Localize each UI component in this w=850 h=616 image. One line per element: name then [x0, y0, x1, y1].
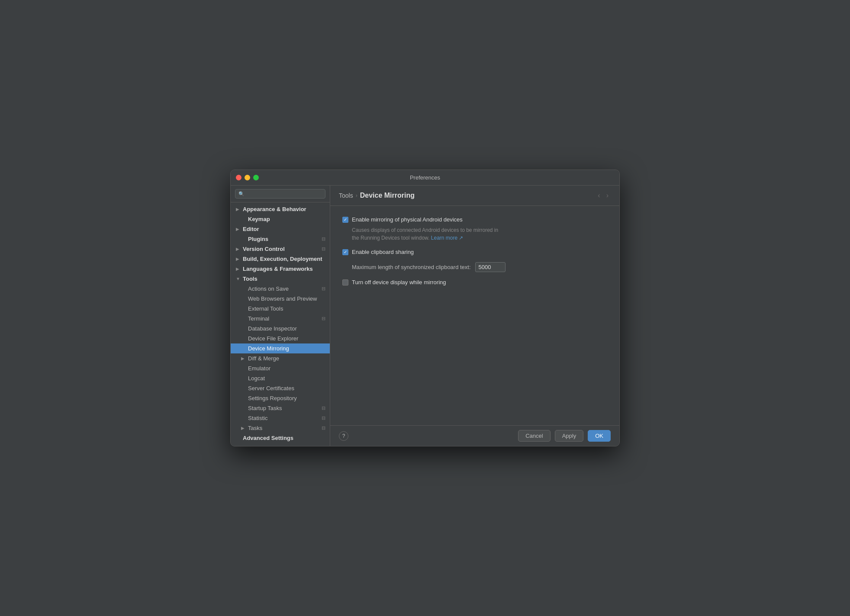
- settings-icon: ⊟: [322, 286, 325, 292]
- settings-icon: ⊟: [322, 316, 325, 321]
- enable-mirroring-label: Enable mirroring of physical Android dev…: [352, 216, 463, 223]
- sidebar-item-label: Build, Execution, Deployment: [243, 256, 325, 262]
- sidebar-item-plugins[interactable]: Plugins⊟: [231, 234, 330, 244]
- enable-mirroring-desc-text: Causes displays of connected Android dev…: [352, 227, 498, 241]
- turn-off-display-row: Turn off device display while mirroring: [342, 279, 607, 286]
- search-icon: 🔍: [238, 191, 245, 197]
- chevron-icon: ▶: [236, 207, 241, 212]
- sidebar-item-terminal[interactable]: Terminal⊟: [231, 314, 330, 324]
- sidebar-item-statistic[interactable]: Statistic⊟: [231, 413, 330, 423]
- enable-clipboard-label: Enable clipboard sharing: [352, 249, 414, 255]
- breadcrumb-separator: ›: [356, 192, 357, 199]
- max-clipboard-input[interactable]: [475, 262, 505, 272]
- breadcrumb-tools[interactable]: Tools: [339, 192, 353, 199]
- traffic-lights: [236, 175, 259, 180]
- sidebar-item-label: Diff & Merge: [248, 355, 325, 362]
- sidebar-item-device-mirroring[interactable]: Device Mirroring: [231, 343, 330, 353]
- nav-back-button[interactable]: ‹: [596, 191, 602, 200]
- sidebar-item-label: Version Control: [243, 246, 322, 252]
- sidebar-item-settings-repository[interactable]: Settings Repository: [231, 393, 330, 403]
- chevron-icon: ▶: [236, 227, 241, 231]
- sidebar-item-languages[interactable]: ▶Languages & Frameworks: [231, 264, 330, 274]
- breadcrumb-current: Device Mirroring: [360, 192, 415, 199]
- chevron-icon: ▶: [236, 247, 241, 251]
- content-area: Tools › Device Mirroring ‹ › Enable mirr…: [330, 186, 619, 446]
- enable-mirroring-checkbox[interactable]: [342, 217, 348, 223]
- sidebar-item-startup-tasks[interactable]: Startup Tasks⊟: [231, 403, 330, 413]
- content-header: Tools › Device Mirroring ‹ ›: [330, 186, 619, 206]
- sidebar-item-label: Device File Explorer: [248, 335, 325, 342]
- settings-icon: ⊟: [322, 415, 325, 421]
- sidebar-item-device-file-explorer[interactable]: Device File Explorer: [231, 334, 330, 343]
- apply-button[interactable]: Apply: [555, 430, 584, 442]
- sidebar-item-emulator[interactable]: Emulator: [231, 363, 330, 373]
- sidebar-item-external-tools[interactable]: External Tools: [231, 304, 330, 314]
- enable-clipboard-row: Enable clipboard sharing: [342, 249, 607, 255]
- enable-mirroring-checkbox-wrapper[interactable]: Enable mirroring of physical Android dev…: [342, 216, 463, 223]
- cancel-button[interactable]: Cancel: [518, 430, 550, 442]
- sidebar-item-tools[interactable]: ▼Tools: [231, 274, 330, 284]
- sidebar-item-version-control[interactable]: ▶Version Control⊟: [231, 244, 330, 254]
- sidebar-item-database-inspector[interactable]: Database Inspector: [231, 324, 330, 334]
- sidebar-item-actions-on-save[interactable]: Actions on Save⊟: [231, 284, 330, 294]
- chevron-icon: ▶: [236, 257, 241, 261]
- search-wrapper[interactable]: 🔍: [235, 189, 325, 199]
- sidebar-item-label: Tasks: [248, 425, 322, 431]
- enable-clipboard-checkbox[interactable]: [342, 249, 348, 255]
- sidebar-item-experimental[interactable]: Experimental⊟: [231, 443, 330, 446]
- ok-button[interactable]: OK: [588, 430, 611, 442]
- sidebar-item-tasks[interactable]: ▶Tasks⊟: [231, 423, 330, 433]
- sidebar-item-label: External Tools: [248, 305, 325, 312]
- sidebar-item-logcat[interactable]: Logcat: [231, 373, 330, 383]
- nav-forward-button[interactable]: ›: [604, 191, 611, 200]
- sidebar-item-label: Actions on Save: [248, 286, 322, 292]
- sidebar-item-label: Web Browsers and Preview: [248, 295, 325, 302]
- sidebar-item-appearance[interactable]: ▶Appearance & Behavior: [231, 204, 330, 214]
- search-bar: 🔍: [231, 186, 330, 202]
- sidebar-item-label: Editor: [243, 226, 325, 232]
- max-clipboard-row: Maximum length of synchronized clipboard…: [352, 262, 607, 272]
- sidebar-item-server-certificates[interactable]: Server Certificates: [231, 383, 330, 393]
- sidebar-item-editor[interactable]: ▶Editor: [231, 224, 330, 234]
- help-button[interactable]: ?: [339, 431, 348, 441]
- settings-icon: ⊟: [322, 405, 325, 411]
- chevron-icon: ▶: [236, 266, 241, 271]
- search-input[interactable]: [247, 191, 322, 197]
- sidebar-item-label: Startup Tasks: [248, 405, 322, 411]
- sidebar: 🔍 ▶Appearance & BehaviorKeymap▶EditorPlu…: [231, 186, 330, 446]
- sidebar-item-label: Server Certificates: [248, 385, 325, 391]
- sidebar-item-label: Statistic: [248, 415, 322, 421]
- sidebar-item-build[interactable]: ▶Build, Execution, Deployment: [231, 254, 330, 264]
- turn-off-display-label: Turn off device display while mirroring: [352, 279, 446, 286]
- footer-left: ?: [339, 431, 348, 441]
- window-title: Preferences: [410, 174, 440, 181]
- sidebar-item-web-browsers[interactable]: Web Browsers and Preview: [231, 294, 330, 304]
- maximize-button[interactable]: [253, 175, 259, 180]
- main-content: 🔍 ▶Appearance & BehaviorKeymap▶EditorPlu…: [231, 186, 619, 446]
- sidebar-item-advanced-settings[interactable]: Advanced Settings: [231, 433, 330, 443]
- turn-off-display-checkbox-wrapper[interactable]: Turn off device display while mirroring: [342, 279, 446, 286]
- sidebar-item-label: Database Inspector: [248, 325, 325, 332]
- enable-clipboard-checkbox-wrapper[interactable]: Enable clipboard sharing: [342, 249, 414, 255]
- sidebar-item-label: Logcat: [248, 375, 325, 382]
- sidebar-item-keymap[interactable]: Keymap: [231, 214, 330, 224]
- nav-arrows: ‹ ›: [596, 191, 611, 200]
- close-button[interactable]: [236, 175, 241, 180]
- minimize-button[interactable]: [245, 175, 250, 180]
- content-body: Enable mirroring of physical Android dev…: [330, 206, 619, 425]
- settings-icon: ⊟: [322, 425, 325, 431]
- title-bar: Preferences: [231, 170, 619, 186]
- settings-icon: ⊟: [322, 445, 325, 446]
- enable-mirroring-row: Enable mirroring of physical Android dev…: [342, 216, 607, 223]
- chevron-icon: ▼: [236, 276, 241, 281]
- sidebar-item-diff-merge[interactable]: ▶Diff & Merge: [231, 353, 330, 363]
- sidebar-item-label: Emulator: [248, 365, 325, 372]
- enable-mirroring-description: Causes displays of connected Android dev…: [352, 226, 607, 242]
- sidebar-item-label: Settings Repository: [248, 395, 325, 401]
- sidebar-list: ▶Appearance & BehaviorKeymap▶EditorPlugi…: [231, 202, 330, 446]
- turn-off-display-checkbox[interactable]: [342, 279, 348, 286]
- sidebar-item-label: Tools: [243, 276, 325, 282]
- breadcrumb: Tools › Device Mirroring: [339, 192, 415, 199]
- sidebar-item-label: Appearance & Behavior: [243, 206, 325, 212]
- learn-more-link[interactable]: Learn more ↗: [431, 235, 464, 241]
